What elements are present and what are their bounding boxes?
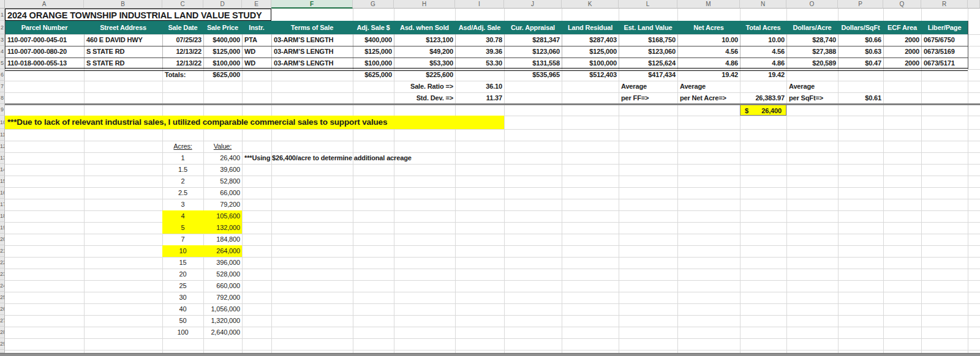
header-parcel-number[interactable]: Parcel Number [5, 21, 84, 34]
adopted-acre-value-cell[interactable]: $26,400 [740, 105, 786, 116]
sales-cell-R5[interactable]: 0673/5171 [921, 57, 968, 69]
total-sale_price[interactable]: $625,000 [203, 69, 242, 81]
sales-cell-M4[interactable]: 4.56 [677, 46, 740, 57]
value-cell-4[interactable]: 105,600 [203, 210, 242, 222]
acre-cell-2.5[interactable]: 2.5 [162, 187, 203, 199]
sales-cell-B5[interactable]: S STATE RD [84, 57, 162, 69]
sales-cell-O5[interactable]: $20,589 [786, 57, 838, 69]
sales-cell-L5[interactable]: $125,624 [619, 57, 677, 69]
value-cell-1[interactable]: 26,400 [203, 152, 242, 164]
acre-cell-7[interactable]: 7 [162, 234, 203, 245]
sales-cell-M3[interactable]: 10.00 [677, 34, 740, 46]
sales-cell-R3[interactable]: 0675/6750 [921, 34, 968, 46]
stat-avg_sqft_line2[interactable]: per SqFt=> [786, 92, 838, 104]
total-land_residual[interactable]: $512,403 [562, 69, 619, 81]
sales-cell-P3[interactable]: $0.66 [838, 34, 883, 46]
stat-avg_ff_line1[interactable]: Average [619, 81, 677, 92]
acre-cell-1[interactable]: 1 [162, 152, 203, 164]
sales-cell-I5[interactable]: 53.30 [455, 57, 504, 69]
acre-cell-15[interactable]: 15 [162, 257, 203, 269]
value-cell-100[interactable]: 2,640,000 [203, 327, 242, 338]
value-cell-3[interactable]: 79,200 [203, 199, 242, 210]
value-cell-40[interactable]: 1,056,000 [203, 303, 242, 315]
sales-cell-G3[interactable]: $400,000 [353, 34, 394, 46]
value-cell-7[interactable]: 184,800 [203, 234, 242, 245]
header-est-land-value[interactable]: Est. Land Value [619, 21, 677, 34]
value-cell-20[interactable]: 528,000 [203, 269, 242, 280]
value-cell-1.5[interactable]: 39,600 [203, 164, 242, 176]
sales-cell-D4[interactable]: $125,000 [203, 46, 242, 57]
sales-cell-I4[interactable]: 39.36 [455, 46, 504, 57]
acre-cell-30[interactable]: 30 [162, 292, 203, 303]
sheet-title-cell[interactable]: 2024 ORANGE TOWNSHIP INDUSTRIAL LAND VAL… [5, 9, 271, 21]
sales-cell-N5[interactable]: 4.86 [740, 57, 786, 69]
sales-cell-A5[interactable]: 110-018-000-055-13 [5, 57, 84, 69]
sales-cell-J5[interactable]: $131,558 [504, 57, 562, 69]
stat-avg_per_net_acre[interactable]: 26,383.97 [740, 92, 786, 104]
sales-cell-Q4[interactable]: 2000 [883, 46, 921, 57]
acre-cell-50[interactable]: 50 [162, 315, 203, 327]
sales-cell-E5[interactable]: WD [242, 57, 271, 69]
sales-cell-E3[interactable]: PTA [242, 34, 271, 46]
value-cell-50[interactable]: 1,320,000 [203, 315, 242, 327]
header-asd-adj-sale[interactable]: Asd/Adj. Sale [455, 21, 504, 34]
value-cell-2.5[interactable]: 66,000 [203, 187, 242, 199]
stat-avg_net_acre_line2[interactable]: per Net Acre=> [677, 92, 740, 104]
sales-cell-B3[interactable]: 460 E DAVID HWY [84, 34, 162, 46]
header-total-acres[interactable]: Total Acres [740, 21, 786, 34]
stat-std_dev_label[interactable]: Std. Dev. => [394, 92, 455, 104]
sales-cell-H5[interactable]: $53,300 [394, 57, 455, 69]
sales-cell-N3[interactable]: 10.00 [740, 34, 786, 46]
sales-cell-L4[interactable]: $123,060 [619, 46, 677, 57]
stat-avg_net_acre_line1[interactable]: Average [677, 81, 740, 92]
value-cell-5[interactable]: 132,000 [203, 222, 242, 234]
acre-cell-5[interactable]: 5 [162, 222, 203, 234]
sales-cell-O3[interactable]: $28,740 [786, 34, 838, 46]
sales-cell-L3[interactable]: $168,750 [619, 34, 677, 46]
stat-sale_ratio[interactable]: 36.10 [455, 81, 504, 92]
acre-cell-10[interactable]: 10 [162, 245, 203, 257]
sales-cell-P5[interactable]: $0.47 [838, 57, 883, 69]
note-banner-cell[interactable]: ***Due to lack of relevant industrial sa… [5, 116, 504, 129]
stat-std_dev[interactable]: 11.37 [455, 92, 504, 104]
sales-cell-P4[interactable]: $0.63 [838, 46, 883, 57]
header-instr[interactable]: Instr. [242, 21, 271, 34]
acreage-acres-header[interactable]: Acres: [162, 141, 203, 152]
total-asd_when_sold[interactable]: $225,600 [394, 69, 455, 81]
header-liber-page[interactable]: Liber/Page [921, 21, 968, 34]
acre-cell-1.5[interactable]: 1.5 [162, 164, 203, 176]
sales-cell-Q5[interactable]: 2000 [883, 57, 921, 69]
sales-cell-O4[interactable]: $27,388 [786, 46, 838, 57]
acre-cell-4[interactable]: 4 [162, 210, 203, 222]
total-label[interactable]: Totals: [162, 69, 203, 81]
sales-cell-G4[interactable]: $125,000 [353, 46, 394, 57]
sales-cell-B4[interactable]: S STATE RD [84, 46, 162, 57]
value-cell-10[interactable]: 264,000 [203, 245, 242, 257]
sales-cell-F4[interactable]: 03-ARM’S LENGTH [271, 46, 353, 57]
acre-cell-40[interactable]: 40 [162, 303, 203, 315]
sales-cell-C5[interactable]: 12/13/22 [162, 57, 203, 69]
header-street-address[interactable]: Street Address [84, 21, 162, 34]
header-net-acres[interactable]: Net Acres [677, 21, 740, 34]
header-sale-date[interactable]: Sale Date [162, 21, 203, 34]
acre-cell-100[interactable]: 100 [162, 327, 203, 338]
acreage-note-cell[interactable]: ***Using $26,400/acre to determine addit… [242, 152, 487, 164]
header-ecf-area[interactable]: ECF Area [883, 21, 921, 34]
sales-cell-G5[interactable]: $100,000 [353, 57, 394, 69]
header-sale-price[interactable]: Sale Price [203, 21, 242, 34]
sales-cell-I3[interactable]: 30.78 [455, 34, 504, 46]
horizontal-scrollbar-area[interactable] [0, 353, 980, 356]
stat-avg_ff_line2[interactable]: per FF=> [619, 92, 677, 104]
sales-cell-E4[interactable]: WD [242, 46, 271, 57]
header-adj-sale[interactable]: Adj. Sale $ [353, 21, 394, 34]
sales-cell-H3[interactable]: $123,100 [394, 34, 455, 46]
sales-cell-J3[interactable]: $281,347 [504, 34, 562, 46]
stat-sale_ratio_label[interactable]: Sale. Ratio => [394, 81, 455, 92]
sales-cell-H4[interactable]: $49,200 [394, 46, 455, 57]
total-adj_sale[interactable]: $625,000 [353, 69, 394, 81]
sales-cell-F3[interactable]: 03-ARM’S LENGTH [271, 34, 353, 46]
sales-cell-N4[interactable]: 4.56 [740, 46, 786, 57]
stat-avg_sqft_line1[interactable]: Average [786, 81, 838, 92]
header-dollars-sqft[interactable]: Dollars/SqFt [838, 21, 883, 34]
sales-cell-F5[interactable]: 03-ARM’S LENGTH [271, 57, 353, 69]
